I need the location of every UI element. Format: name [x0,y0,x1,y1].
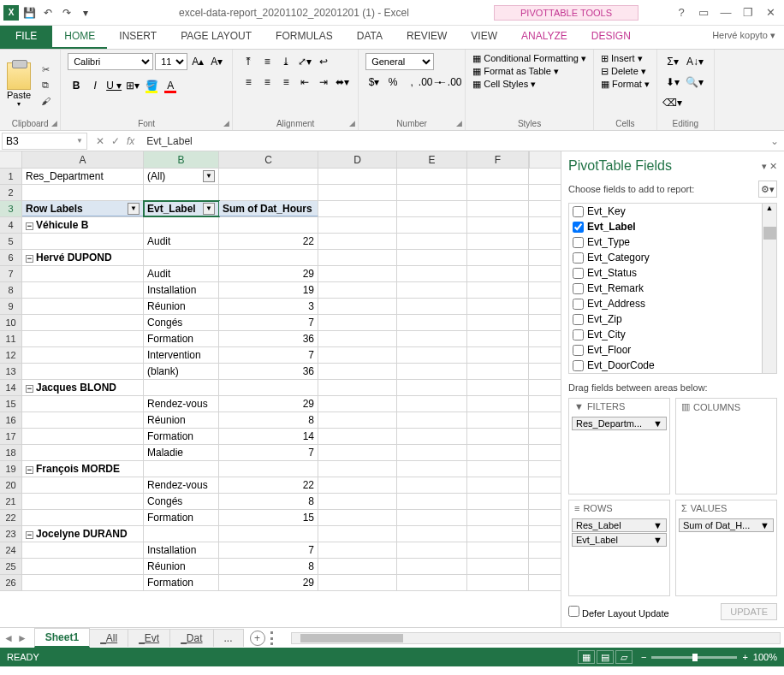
row-header[interactable]: 10 [0,315,22,330]
field-item-evt_status[interactable]: Evt_Status [569,265,776,281]
italic-button[interactable]: I [86,77,104,94]
align-left-icon[interactable]: ≡ [240,74,257,91]
cell-F12[interactable] [467,347,529,363]
zoom-out-button[interactable]: − [641,652,646,662]
row-header[interactable]: 20 [0,477,22,493]
row-header[interactable]: 7 [0,266,22,281]
cell-A22[interactable] [22,510,144,525]
excel-icon[interactable]: X [3,5,19,21]
cell-D17[interactable] [318,429,397,444]
font-name-select[interactable]: Calibri [68,53,153,70]
cell-F26[interactable] [467,575,529,590]
filter-dropdown-icon[interactable]: ▼ [203,170,215,182]
align-center-icon[interactable]: ≡ [258,74,276,91]
cell-A6[interactable]: −Hervé DUPOND [22,250,144,265]
increase-indent-icon[interactable]: ⇥ [315,74,332,91]
cell-A24[interactable] [22,542,144,558]
cell-B1[interactable]: (All)▼ [144,169,219,184]
sheet-nav-prev-icon[interactable]: ◄ [3,632,14,644]
col-header-f[interactable]: F [467,151,529,168]
field-checkbox[interactable] [573,206,584,217]
row-header[interactable]: 24 [0,542,22,558]
cell-D26[interactable] [318,575,397,590]
cell-E17[interactable] [397,429,467,444]
cell-E16[interactable] [397,412,467,428]
tab-formulas[interactable]: FORMULAS [264,26,345,49]
clear-icon[interactable]: ⌫▾ [664,94,681,111]
cell-F23[interactable] [467,526,529,542]
area-filters[interactable]: ▼FILTERS Res_Departm...▼ [568,398,670,494]
sheet-tab-all[interactable]: _All [89,629,128,647]
tab-analyze[interactable]: ANALYZE [509,26,579,49]
col-header-c[interactable]: C [219,151,318,168]
field-checkbox[interactable] [573,329,584,340]
sort-filter-icon[interactable]: A↓▾ [683,53,707,70]
col-header-e[interactable]: E [397,151,467,168]
cell-C13[interactable]: 36 [219,364,318,379]
col-header-a[interactable]: A [22,151,144,168]
cell-D12[interactable] [318,347,397,363]
cell-E19[interactable] [397,461,467,477]
cell-F13[interactable] [467,364,529,379]
zoom-slider[interactable] [651,656,737,659]
cell-C4[interactable] [219,217,318,233]
row-header[interactable]: 19 [0,461,22,477]
sheet-tab-more[interactable]: ... [213,629,244,647]
alignment-launcher-icon[interactable]: ◢ [349,119,355,127]
qat-customize-icon[interactable]: ▾ [77,4,94,21]
cell-D25[interactable] [318,559,397,574]
cell-C10[interactable]: 7 [219,315,318,330]
field-checkbox[interactable] [573,299,584,310]
help-icon[interactable]: ? [673,6,690,19]
font-color-button[interactable]: A [162,77,179,94]
cell-E9[interactable] [397,299,467,314]
cell-D3[interactable] [318,201,397,216]
cell-E4[interactable] [397,217,467,233]
cell-F21[interactable] [467,494,529,509]
field-checkbox[interactable] [573,283,584,294]
cell-D23[interactable] [318,526,397,542]
cell-E12[interactable] [397,347,467,363]
area-chip[interactable]: Sum of Dat_H...▼ [679,518,774,532]
select-all-corner[interactable] [0,151,22,168]
filter-dropdown-icon[interactable]: ▼ [128,203,140,215]
cell-F15[interactable] [467,396,529,412]
area-values[interactable]: ΣVALUES Sum of Dat_H...▼ [675,500,777,596]
col-header-b[interactable]: B [144,151,219,168]
tab-data[interactable]: DATA [345,26,395,49]
cell-E2[interactable] [397,185,467,200]
defer-layout-checkbox[interactable]: Defer Layout Update [568,606,669,619]
cell-B4[interactable] [144,217,219,233]
cell-E23[interactable] [397,526,467,542]
cell-D9[interactable] [318,299,397,314]
row-header[interactable]: 3 [0,201,22,216]
formula-input[interactable]: Evt_Label [141,135,765,147]
collapse-icon[interactable]: − [26,222,33,230]
ribbon-display-icon[interactable]: ▭ [695,6,712,19]
field-list[interactable]: Evt_KeyEvt_LabelEvt_TypeEvt_CategoryEvt_… [568,203,777,374]
increase-font-icon[interactable]: A▴ [189,53,206,70]
cell-E1[interactable] [397,169,467,184]
cell-A3[interactable]: Row Labels▼ [22,201,144,216]
format-cells-button[interactable]: ▦ Format ▾ [601,79,650,90]
area-columns[interactable]: ▥COLUMNS [675,398,777,494]
row-header[interactable]: 14 [0,380,22,395]
field-item-evt_label[interactable]: Evt_Label [569,219,776,234]
underline-button[interactable]: U ▾ [105,77,122,94]
paste-button[interactable]: Paste ▾ [7,62,31,108]
cell-A21[interactable] [22,494,144,509]
format-as-table-button[interactable]: ▦ Format as Table ▾ [472,66,586,77]
cell-E18[interactable] [397,445,467,460]
cell-E11[interactable] [397,331,467,346]
user-name[interactable]: Hervé kopyto ▾ [704,26,784,49]
row-header[interactable]: 2 [0,185,22,200]
cell-A26[interactable] [22,575,144,590]
cell-A9[interactable] [22,299,144,314]
sheet-tab-dat[interactable]: _Dat [169,629,213,647]
cell-F7[interactable] [467,266,529,281]
cell-E14[interactable] [397,380,467,395]
cell-E3[interactable] [397,201,467,216]
percent-icon[interactable]: % [384,74,401,91]
cell-A20[interactable] [22,477,144,493]
row-header[interactable]: 8 [0,282,22,298]
